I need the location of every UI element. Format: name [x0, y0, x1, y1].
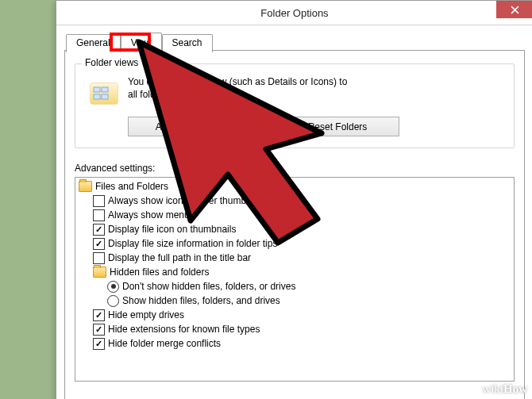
close-icon: [511, 6, 519, 14]
checkbox-icon[interactable]: [93, 195, 105, 207]
tree-row-label: Display the full path in the title bar: [108, 252, 251, 263]
folder-views-icon: [88, 77, 120, 109]
folder-views-desc: You can apply this view (such as Details…: [128, 75, 506, 109]
tree-row-label: Don't show hidden files, folders, or dri…: [122, 281, 295, 292]
folder-options-window: Folder Options General View Search Folde…: [56, 0, 532, 399]
tree-row-label: Hide extensions for known file types: [108, 324, 260, 335]
svg-rect-4: [94, 94, 100, 99]
checkbox-icon[interactable]: ✓: [93, 338, 105, 350]
reset-folders-button[interactable]: Reset Folders: [276, 117, 399, 136]
tree-row-label: Always show menus: [108, 209, 195, 221]
folder-icon: [93, 267, 106, 278]
apply-to-folders-button[interactable]: Apply to Folders: [128, 117, 252, 136]
tab-general[interactable]: General: [66, 34, 121, 52]
svg-rect-3: [102, 87, 108, 92]
folder-icon: [79, 181, 92, 192]
tree-row-0[interactable]: Always show icons, never thumbnails: [79, 194, 514, 208]
checkbox-icon[interactable]: ✓: [93, 309, 105, 321]
svg-rect-2: [94, 87, 100, 92]
tree-row-5-1[interactable]: Show hidden files, folders, and drives: [79, 293, 514, 308]
tree-row-3[interactable]: ✓Display file size information in folder…: [79, 236, 514, 251]
checkbox-icon[interactable]: [93, 209, 105, 221]
tree-row-8[interactable]: ✓Hide folder merge conflicts: [79, 336, 514, 351]
tree-row-6[interactable]: ✓Hide empty drives: [79, 308, 514, 322]
checkbox-icon[interactable]: ✓: [93, 224, 105, 236]
tabstrip: General View Search: [66, 33, 525, 51]
titlebar: Folder Options: [56, 1, 532, 25]
radio-icon[interactable]: [107, 281, 119, 293]
tree-row-label: Hide folder merge conflicts: [108, 338, 221, 349]
tree-row-4[interactable]: Display the full path in the title bar: [79, 251, 514, 265]
tree-row-5-0[interactable]: Don't show hidden files, folders, or dri…: [79, 279, 514, 293]
checkbox-icon[interactable]: ✓: [93, 238, 105, 250]
tree-row-label: Show hidden files, folders, and drives: [122, 295, 280, 306]
tree-row-label: Always show icons, never thumbnails: [108, 195, 266, 206]
tab-view[interactable]: View: [121, 33, 162, 51]
client-area: General View Search Folder views: [56, 25, 532, 399]
radio-icon[interactable]: [107, 295, 119, 307]
folder-views-title: Folder views: [82, 57, 141, 68]
advanced-settings-label: Advanced settings:: [75, 163, 515, 174]
folder-views-desc-line2: all folders of this type.: [128, 89, 220, 100]
tree-row-7[interactable]: ✓Hide extensions for known file types: [79, 322, 514, 336]
tab-general-label: General: [76, 37, 110, 48]
tree-row-1[interactable]: Always show menus: [79, 208, 514, 222]
tree-row-2[interactable]: ✓Display file icon on thumbnails: [79, 222, 514, 236]
window-title: Folder Options: [260, 7, 328, 19]
tab-page-view: Folder views You can apply this view (su…: [64, 50, 525, 399]
svg-rect-5: [102, 94, 108, 99]
tab-view-label: View: [131, 37, 152, 48]
tab-search[interactable]: Search: [162, 34, 213, 52]
checkbox-icon[interactable]: [93, 252, 105, 264]
tree-row-5: Hidden files and folders: [79, 265, 514, 279]
tree-row-label: Files and Folders: [95, 181, 168, 192]
watermark: wikiHow: [482, 382, 527, 396]
tree-row-label: Hidden files and folders: [110, 267, 209, 278]
tab-search-label: Search: [172, 37, 202, 48]
reset-folders-label: Reset Folders: [308, 121, 368, 132]
tree-row-label: Display file size information in folder …: [108, 238, 277, 249]
advanced-settings-tree[interactable]: Files and FoldersAlways show icons, neve…: [75, 177, 515, 382]
checkbox-icon[interactable]: ✓: [93, 324, 105, 336]
folder-views-group: Folder views You can apply this view (su…: [75, 63, 515, 148]
tree-row-root: Files and Folders: [79, 179, 514, 194]
close-button[interactable]: [496, 1, 532, 18]
folder-views-desc-line1: You can apply this view (such as Details…: [128, 76, 347, 87]
svg-rect-1: [91, 83, 118, 104]
tree-row-label: Hide empty drives: [108, 309, 184, 320]
apply-to-folders-label: Apply to Folders: [156, 121, 225, 132]
tree-row-label: Display file icon on thumbnails: [108, 224, 236, 235]
